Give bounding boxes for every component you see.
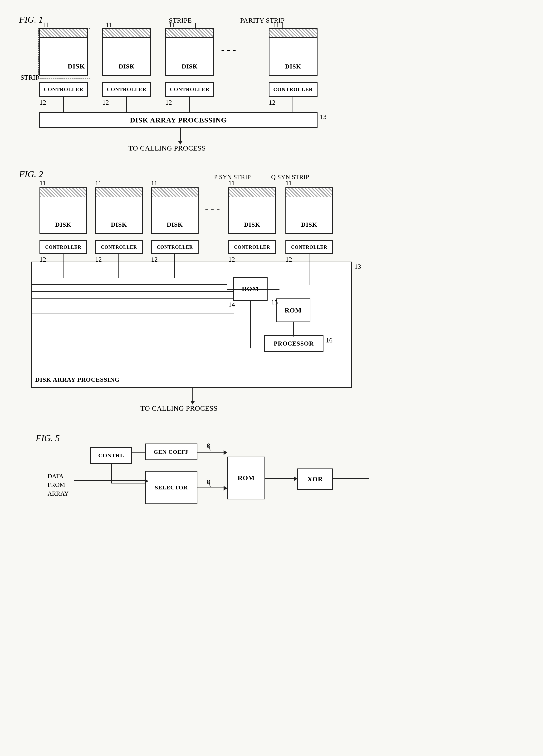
fig2-disk4-hatch: [229, 188, 275, 197]
fig1-strip-label: STRIP: [20, 74, 39, 81]
fig2-disk4: DISK: [228, 187, 276, 234]
fig2-disk3-hatch: [152, 188, 198, 197]
fig5-arrow-to-xor: [294, 476, 298, 481]
fig2-disk1-hatch: [40, 188, 86, 197]
fig5-line-xor-right: [333, 478, 369, 479]
fig2-ref11-5: 11: [285, 179, 292, 187]
fig5-gen-coeff: GEN COEFF: [145, 444, 197, 460]
fig2-ref11-1: 11: [39, 179, 46, 187]
fig2-bus2: [32, 291, 227, 292]
fig2-disk5: DISK: [285, 187, 333, 234]
fig1-vline2: [126, 97, 127, 112]
fig1-ctrl4: CONTROLLER: [269, 82, 318, 97]
fig2-hline-rom: [227, 289, 279, 290]
fig1-ctrl2: CONTROLLER: [102, 82, 151, 97]
fig2-to-calling: TO CALLING PROCESS: [140, 404, 218, 412]
fig2-bus3: [32, 298, 227, 299]
fig1-ref11-1: 11: [42, 21, 49, 29]
fig1-ref11-4: 11: [272, 21, 279, 29]
fig2-disk1: DISK: [39, 187, 87, 234]
fig2-ref16: 16: [326, 337, 333, 344]
fig2-ref15: 15: [271, 298, 278, 306]
fig1-dashes: - - -: [221, 44, 236, 55]
fig2-ref14: 14: [228, 301, 235, 308]
fig5-arrow-gencoeff: [224, 450, 227, 455]
fig5-selector: SELECTOR: [145, 471, 197, 504]
fig5-label: FIG. 5: [36, 433, 60, 443]
fig1-disk1: DISK: [39, 28, 88, 76]
fig1-ref13: 13: [320, 113, 327, 121]
fig1-vline4: [293, 97, 293, 112]
fig2-disk5-hatch: [286, 188, 332, 197]
fig1-disk3: DISK: [165, 28, 214, 76]
fig2-ref11-2: 11: [95, 179, 102, 187]
fig1-vline3: [189, 97, 190, 112]
fig2-arrow-head: [190, 401, 195, 405]
fig2-vline-rom-proc: [250, 301, 251, 348]
fig5-contrl: CONTRL: [90, 447, 132, 464]
fig2-vline4: [252, 254, 252, 278]
fig2-ref11-3: 11: [151, 179, 157, 187]
fig2-hline-bus-rom3: [227, 313, 234, 313]
fig2-arrow-down: [190, 388, 195, 405]
fig2-disk2: DISK: [95, 187, 143, 234]
fig1-disk2: DISK: [102, 28, 151, 76]
fig5-line-rom-xor: [265, 478, 296, 479]
fig2-vline-rom2-proc: [293, 322, 294, 337]
fig5-arrow-selector: [224, 486, 227, 491]
fig2-arrow-shaft: [192, 388, 193, 401]
fig5-line-data-selector: [74, 480, 145, 481]
fig5-line-contrl-down: [111, 464, 112, 483]
fig1-disk3-hatch: [166, 29, 213, 38]
fig1-disk4: DISK: [269, 28, 318, 76]
fig1-disk2-hatch: [103, 29, 150, 38]
fig1-label: FIG. 1: [19, 14, 43, 25]
page: FIG. 1 STRIP STRIPE PARITY STRIP DISK DI…: [0, 0, 543, 756]
fig2-dashes: - - -: [205, 203, 220, 215]
fig1-disk4-hatch: [269, 29, 317, 38]
fig5-line-selector-right: [197, 488, 226, 488]
fig2-hline-proc: [250, 344, 266, 344]
fig2-hline-proc2: [264, 344, 294, 344]
fig5-line-contrl-selector: [111, 483, 146, 483]
fig2-disk3: DISK: [151, 187, 199, 234]
fig1-to-calling: TO CALLING PROCESS: [128, 144, 206, 152]
fig1-ref11-2: 11: [106, 21, 112, 29]
fig2-ctrl5: CONTROLLER: [285, 240, 333, 254]
fig2-bus4: [32, 313, 227, 313]
fig1-ref11-3: 11: [169, 21, 175, 29]
fig5-line-contrl-gencoeff: [132, 452, 146, 453]
fig1-ctrl3: CONTROLLER: [165, 82, 214, 97]
fig1-ctrl1: CONTROLLER: [39, 82, 88, 97]
fig2-hline-bus-rom1: [227, 291, 234, 292]
fig2-ctrl4: CONTROLLER: [228, 240, 276, 254]
fig2-vline3: [174, 254, 175, 278]
fig2-vline2: [118, 254, 119, 278]
fig1-ref12-4: 12: [269, 99, 275, 106]
fig2-vline1: [63, 254, 64, 278]
fig2-rom2: ROM: [276, 298, 310, 322]
fig1-arrow-down: [178, 128, 183, 145]
fig1-disk1-hatch: [40, 29, 87, 38]
fig1-ref12-2: 12: [102, 99, 109, 106]
fig2-ctrl2: CONTROLLER: [95, 240, 143, 254]
fig5-line-gencoeff-right: [197, 452, 226, 453]
fig2-disk2-hatch: [96, 188, 142, 197]
fig2-ref13: 13: [354, 263, 361, 270]
fig1-ref12-1: 12: [39, 99, 46, 106]
fig1-arrow-shaft: [180, 128, 181, 141]
fig1-vline1: [63, 97, 64, 112]
fig5-data-label: DATA FROM ARRAY: [48, 472, 69, 498]
fig1-ref12-3: 12: [165, 99, 172, 106]
fig2-ctrl3: CONTROLLER: [151, 240, 199, 254]
fig2-bus1: [32, 284, 227, 285]
fig2-label: FIG. 2: [19, 169, 43, 179]
fig2-ctrl1: CONTROLLER: [39, 240, 87, 254]
fig2-vline5: [309, 254, 309, 285]
fig2-hline-bus-rom2: [227, 298, 234, 299]
fig5-xor: XOR: [297, 468, 333, 490]
fig5-rom: ROM: [227, 457, 265, 499]
fig1-processing: DISK ARRAY PROCESSING: [39, 112, 318, 128]
fig5-arrow-to-selector: [145, 479, 148, 483]
fig2-ref11-4: 11: [228, 179, 235, 187]
